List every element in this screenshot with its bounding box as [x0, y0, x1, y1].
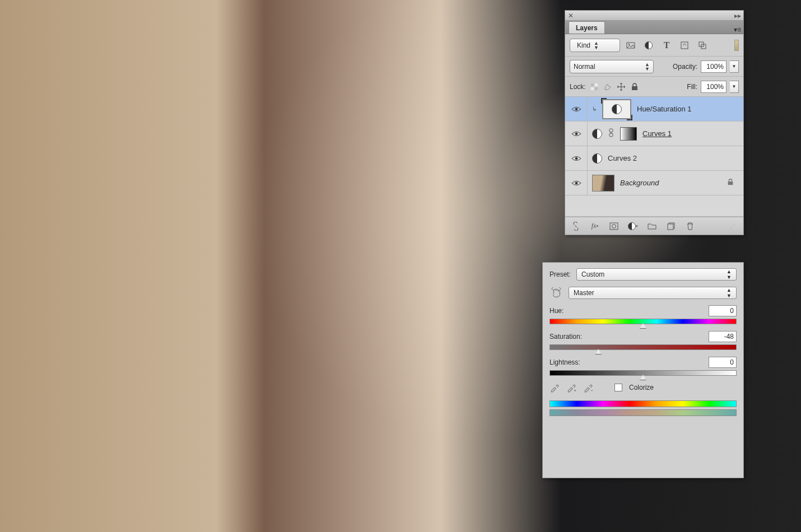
slider-thumb[interactable]	[640, 375, 646, 380]
filter-shape-icon[interactable]	[679, 40, 690, 50]
layer-name[interactable]: Background	[620, 179, 659, 187]
filter-adjustment-icon[interactable]	[644, 40, 654, 50]
svg-point-21	[612, 224, 616, 228]
colorize-checkbox[interactable]	[614, 384, 622, 391]
tab-layers[interactable]: Layers	[569, 21, 605, 34]
layer-row[interactable]: Curves 1	[565, 122, 743, 146]
lock-image-icon[interactable]	[603, 82, 613, 92]
layer-style-icon[interactable]: fx▾	[590, 221, 600, 231]
layer-name[interactable]: Curves 2	[608, 154, 637, 162]
visibility-toggle[interactable]	[565, 97, 588, 121]
filter-smart-icon[interactable]	[697, 40, 707, 50]
lock-fill-row: Lock: Fill: 100% ▼	[565, 77, 743, 97]
visibility-toggle[interactable]	[565, 122, 588, 146]
filter-type-icon[interactable]: T	[662, 40, 672, 50]
new-layer-icon[interactable]	[666, 221, 676, 231]
spectrum-bottom	[549, 409, 737, 416]
blend-opacity-row: Normal ▲▼ Opacity: 100% ▼	[565, 57, 743, 77]
layers-bottom-toolbar: fx▾ ▾ ⋰	[565, 217, 743, 235]
saturation-label: Saturation:	[549, 333, 582, 340]
filter-pixel-icon[interactable]	[626, 40, 636, 50]
spectrum-top	[549, 400, 737, 407]
layer-name[interactable]: Curves 1	[642, 129, 672, 138]
adjustment-icon	[592, 129, 602, 139]
clip-indicator-icon: ↳	[592, 106, 597, 112]
preset-select[interactable]: Custom ▲▼	[576, 268, 737, 281]
svg-rect-8	[595, 83, 598, 86]
svg-point-3	[628, 43, 630, 44]
panel-titlebar[interactable]: ✕ ▸▸	[565, 11, 743, 21]
lightness-slider-group: Lightness: 0	[549, 357, 737, 376]
svg-rect-9	[591, 87, 594, 90]
layer-name[interactable]: Hue/Saturation 1	[637, 105, 692, 113]
svg-point-12	[575, 108, 578, 110]
lock-transparent-icon[interactable]	[589, 82, 599, 92]
color-spectrums	[549, 400, 737, 416]
eyedropper-icon[interactable]	[549, 382, 560, 393]
opacity-label: Opacity:	[673, 63, 697, 71]
layer-filter-row: Kind ▲▼ T	[565, 34, 743, 57]
svg-text:+: +	[574, 388, 577, 393]
fill-field[interactable]: 100%	[701, 81, 727, 93]
preset-value: Custom	[581, 270, 604, 278]
link-icon[interactable]	[608, 128, 614, 139]
opacity-dropdown[interactable]: ▼	[730, 60, 739, 73]
link-layers-icon[interactable]	[571, 221, 581, 231]
new-group-icon[interactable]	[647, 221, 657, 231]
panel-tabs: Layers ▾≡	[565, 21, 743, 34]
blend-mode-value: Normal	[574, 63, 595, 71]
saturation-slider[interactable]	[549, 344, 737, 350]
svg-rect-20	[610, 223, 618, 230]
delete-layer-icon[interactable]	[685, 221, 695, 231]
hue-value-field[interactable]: 0	[709, 305, 737, 316]
saturation-value-field[interactable]: -48	[709, 331, 737, 342]
layers-panel: ✕ ▸▸ Layers ▾≡ Kind ▲▼ T Normal ▲▼ Opaci…	[565, 10, 744, 235]
lock-label: Lock:	[570, 83, 586, 91]
new-adjustment-icon[interactable]: ▾	[628, 221, 638, 231]
collapse-icon[interactable]: ▸▸	[734, 12, 741, 19]
eyedropper-add-icon[interactable]: +	[566, 382, 576, 393]
fill-label: Fill:	[687, 83, 697, 91]
visibility-toggle[interactable]	[565, 171, 588, 195]
lightness-label: Lightness:	[549, 358, 580, 366]
close-icon[interactable]: ✕	[567, 12, 574, 19]
filter-type-select[interactable]: Kind ▲▼	[570, 39, 620, 52]
hue-slider[interactable]	[549, 319, 737, 324]
svg-point-18	[575, 181, 578, 184]
eyedropper-subtract-icon[interactable]: −	[583, 382, 593, 393]
hue-slider-group: Hue: 0	[549, 305, 737, 324]
lightness-value-field[interactable]: 0	[709, 357, 737, 368]
panel-menu-icon[interactable]: ▾≡	[734, 26, 741, 34]
add-mask-icon[interactable]	[609, 221, 619, 231]
layer-row[interactable]: Curves 2	[565, 146, 743, 171]
channel-value: Master	[574, 289, 594, 297]
opacity-field[interactable]: 100%	[701, 60, 727, 73]
layer-thumb[interactable]	[602, 99, 631, 119]
channel-select[interactable]: Master ▲▼	[569, 287, 737, 299]
targeted-adjust-icon[interactable]	[549, 286, 563, 300]
filter-toggle[interactable]	[734, 40, 739, 51]
svg-rect-11	[632, 86, 637, 90]
layer-row[interactable]: Background	[565, 171, 743, 195]
visibility-toggle[interactable]	[565, 146, 588, 170]
lock-all-icon[interactable]	[630, 82, 640, 92]
slider-thumb[interactable]	[595, 349, 602, 354]
lightness-slider[interactable]	[549, 370, 737, 376]
svg-text:−: −	[591, 388, 594, 393]
slider-thumb[interactable]	[640, 323, 646, 329]
layer-row[interactable]: ↳ Hue/Saturation 1	[565, 97, 743, 122]
blend-mode-select[interactable]: Normal ▲▼	[570, 60, 654, 73]
svg-rect-22	[668, 224, 673, 230]
svg-point-13	[575, 132, 578, 135]
preset-label: Preset:	[549, 270, 571, 278]
layer-thumb[interactable]	[592, 175, 614, 192]
lock-position-icon[interactable]	[616, 82, 626, 92]
layer-mask-thumb[interactable]	[620, 127, 637, 141]
svg-point-17	[575, 157, 578, 160]
svg-rect-10	[595, 87, 598, 90]
lock-icon	[727, 178, 734, 188]
fill-dropdown[interactable]: ▼	[730, 81, 739, 93]
colorize-label: Colorize	[629, 384, 654, 391]
resize-grip-icon[interactable]: ⋰	[728, 221, 738, 231]
hue-saturation-panel: Preset: Custom ▲▼ Master ▲▼ Hue: 0 Satur…	[542, 262, 744, 478]
